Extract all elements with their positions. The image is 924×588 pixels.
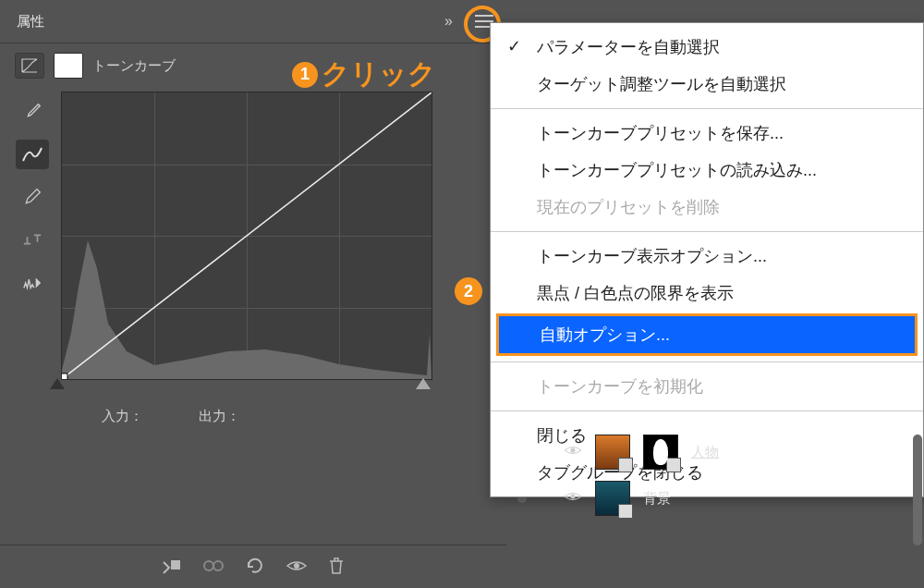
svg-point-7 [571, 495, 576, 499]
svg-point-5 [294, 563, 299, 569]
menu-show-clipping[interactable]: 黒点 / 白色点の限界を表示 [491, 275, 923, 312]
collapse-chevrons-icon[interactable]: » [435, 13, 462, 30]
panel-bottom-bar [0, 545, 506, 588]
panel-tab-properties[interactable]: 属性 [0, 2, 61, 42]
visibility-eye-icon[interactable] [564, 444, 582, 460]
menu-save-preset[interactable]: トーンカーブプリセットを保存... [491, 115, 923, 152]
annotation-step-1: 1 [292, 62, 318, 88]
black-point-slider[interactable] [50, 378, 65, 389]
trash-icon[interactable] [328, 557, 345, 578]
menu-display-options[interactable]: トーンカーブ表示オプション... [491, 238, 923, 275]
smooth-tool[interactable] [16, 225, 49, 254]
output-label: 出力： [199, 408, 240, 425]
visibility-eye-icon[interactable] [564, 490, 582, 507]
layer-name[interactable]: 人物 [691, 444, 719, 461]
check-icon: ✓ [507, 36, 521, 56]
svg-rect-2 [171, 560, 180, 570]
layer-mask-thumb[interactable] [643, 435, 678, 470]
curve-graph[interactable] [61, 92, 432, 380]
menu-auto-options[interactable]: 自動オプション... [496, 313, 918, 356]
pencil-tool[interactable] [16, 182, 49, 212]
svg-point-6 [571, 448, 576, 453]
menu-delete-preset: 現在のプリセットを削除 [491, 189, 923, 226]
layers-area: 人物 背景 [564, 435, 719, 527]
svg-line-0 [62, 92, 432, 379]
properties-panel: 属性 » トーンカーブ 1 クリック [0, 0, 506, 588]
curves-tool-column [9, 92, 55, 380]
menu-load-preset[interactable]: トーンカーブプリセットの読み込み... [491, 152, 923, 189]
layer-thumb[interactable] [595, 435, 630, 470]
eyedropper-tool[interactable] [16, 97, 49, 127]
layer-thumb[interactable] [595, 481, 630, 516]
reset-icon[interactable] [245, 557, 265, 578]
annotation-step-2: 2 [455, 277, 482, 305]
white-point-slider[interactable] [416, 378, 431, 389]
panel-flyout-menu: ✓ パラメーターを自動選択 ターゲット調整ツールを自動選択 トーンカーブプリセッ… [490, 22, 924, 497]
adjustment-name: トーンカーブ [92, 57, 176, 75]
layer-row[interactable]: 背景 [564, 481, 719, 516]
curves-adjustment-icon[interactable] [15, 53, 44, 79]
menu-reset-curves: トーンカーブを初期化 [491, 368, 923, 405]
svg-point-4 [213, 561, 223, 570]
clip-to-layer-icon[interactable] [162, 557, 182, 578]
annotation-click-label: 1 クリック [292, 55, 436, 93]
menu-auto-select-params[interactable]: ✓ パラメーターを自動選択 [491, 29, 923, 66]
input-label: 入力： [102, 408, 143, 425]
io-readout: 入力： 出力： [102, 408, 506, 425]
layers-scrollbar[interactable] [913, 435, 922, 545]
panel-header: 属性 » [0, 0, 506, 43]
menu-auto-select-target-tool[interactable]: ターゲット調整ツールを自動選択 [491, 66, 923, 103]
visibility-icon[interactable] [286, 558, 308, 576]
layer-row[interactable]: 人物 [564, 435, 719, 470]
layer-name[interactable]: 背景 [643, 490, 671, 508]
curve-point-tool[interactable] [16, 140, 49, 169]
view-previous-icon[interactable] [202, 558, 225, 576]
histogram-clip-icon[interactable] [16, 267, 49, 297]
svg-point-3 [204, 561, 213, 570]
layer-mask-thumb[interactable] [54, 53, 83, 79]
